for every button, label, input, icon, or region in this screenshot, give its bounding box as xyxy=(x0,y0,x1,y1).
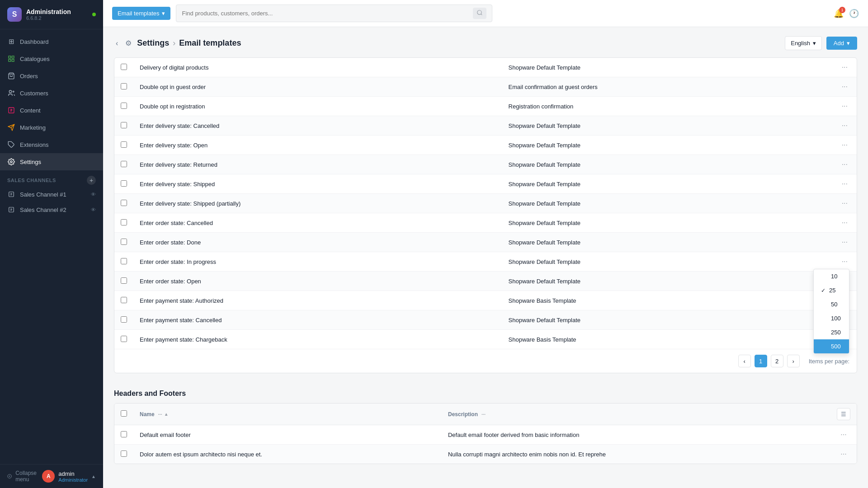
row-more-btn[interactable]: ··· xyxy=(839,121,850,131)
row-description: Shopware Default Template xyxy=(502,233,833,252)
row-name: Default email footer xyxy=(133,425,442,445)
email-templates-btn[interactable]: Email templates ▾ xyxy=(112,7,170,20)
layout-btn[interactable]: ☰ xyxy=(837,408,850,420)
sidebar-item-catalogues[interactable]: Catalogues xyxy=(0,50,103,67)
page-2-btn[interactable]: 2 xyxy=(771,355,783,367)
sidebar: S Administration 6.6.8.2 ⊞ Dashboard Cat… xyxy=(0,0,103,488)
row-name: Enter delivery state: Cancelled xyxy=(133,116,502,136)
page-1-btn[interactable]: 1 xyxy=(755,355,767,367)
admin-name: admin xyxy=(58,470,88,477)
row-description: Nulla corrupti magni architecto enim nob… xyxy=(442,445,830,464)
clock-btn[interactable]: 🕐 xyxy=(849,9,859,19)
row-description: Shopware Default Template xyxy=(502,310,833,330)
sidebar-item-label: Dashboard xyxy=(20,38,49,45)
row-name: Enter delivery state: Shipped xyxy=(133,174,502,194)
row-more-btn[interactable]: ··· xyxy=(839,140,850,150)
customers-icon xyxy=(7,89,15,97)
row-more-btn[interactable]: ··· xyxy=(839,218,850,228)
search-input[interactable] xyxy=(182,10,469,17)
sidebar-item-dashboard[interactable]: ⊞ Dashboard xyxy=(0,33,103,50)
notification-badge: 1 xyxy=(839,7,845,13)
row-more-btn[interactable]: ··· xyxy=(839,257,850,267)
channel-visibility-icon: 👁 xyxy=(91,192,96,197)
back-btn[interactable]: ‹ xyxy=(114,38,120,49)
table-row: Enter delivery state: Returned Shopware … xyxy=(114,155,857,174)
notifications-btn[interactable]: 🔔 1 xyxy=(834,9,844,19)
check-icon: ✓ xyxy=(821,287,826,294)
items-per-page-dropdown: 10 ✓25 50 100 250 500 xyxy=(813,269,849,354)
row-more-btn[interactable]: ··· xyxy=(839,179,850,189)
col-desc-options: ··· xyxy=(481,412,486,417)
row-more-btn[interactable]: ··· xyxy=(839,101,850,111)
row-more-btn[interactable]: ··· xyxy=(839,62,850,72)
row-checkbox[interactable] xyxy=(121,431,127,437)
per-page-100[interactable]: 100 xyxy=(814,311,849,325)
row-description: Shopware Default Template xyxy=(502,136,833,155)
row-checkbox[interactable] xyxy=(121,450,127,457)
select-all-hf-checkbox[interactable] xyxy=(121,410,127,417)
sales-channel-2[interactable]: Sales Channel #2 👁 xyxy=(0,202,103,217)
sidebar-item-extensions[interactable]: Extensions xyxy=(0,136,103,153)
row-more-btn[interactable]: ··· xyxy=(839,82,850,92)
row-checkbox[interactable] xyxy=(121,122,127,128)
sidebar-item-marketing[interactable]: Marketing xyxy=(0,119,103,136)
lang-chevron-icon: ▾ xyxy=(813,40,816,47)
row-name: Enter delivery state: Shipped (partially… xyxy=(133,194,502,213)
app-version: 6.6.8.2 xyxy=(26,15,71,21)
row-checkbox[interactable] xyxy=(121,200,127,206)
row-checkbox[interactable] xyxy=(121,297,127,303)
row-description: Shopware Default Template xyxy=(502,272,833,291)
sales-channel-1[interactable]: Sales Channel #1 👁 xyxy=(0,187,103,202)
row-checkbox[interactable] xyxy=(121,103,127,109)
search-btn[interactable] xyxy=(473,8,486,19)
row-description: Shopware Default Template xyxy=(502,213,833,233)
row-name: Enter payment state: Authorized xyxy=(133,291,502,310)
row-more-btn[interactable]: ··· xyxy=(839,198,850,208)
sidebar-item-orders[interactable]: Orders xyxy=(0,67,103,84)
extensions-icon xyxy=(7,141,15,149)
row-checkbox[interactable] xyxy=(121,239,127,245)
row-checkbox[interactable] xyxy=(121,258,127,264)
row-checkbox[interactable] xyxy=(121,180,127,187)
prev-page-btn[interactable]: ‹ xyxy=(738,355,751,367)
table-row: Default email footer Default email foote… xyxy=(114,425,857,445)
table-row: Enter payment state: Chargeback Shopware… xyxy=(114,330,857,349)
row-more-btn[interactable]: ··· xyxy=(839,160,850,169)
sidebar-item-content[interactable]: Content xyxy=(0,102,103,119)
content-icon xyxy=(7,106,15,114)
svg-line-18 xyxy=(481,14,482,15)
sidebar-item-label: Orders xyxy=(20,73,38,80)
per-page-50[interactable]: 50 xyxy=(814,297,849,311)
page-settings-btn[interactable]: ⚙ xyxy=(123,37,133,49)
pagination-bar: ‹ 1 2 › Items per page: 10 ✓25 50 100 25… xyxy=(114,349,857,373)
table-row: Enter payment state: Cancelled Shopware … xyxy=(114,310,857,330)
email-templates-table: Delivery of digital products Shopware De… xyxy=(114,57,857,373)
table-row: Double opt in guest order Email confirma… xyxy=(114,77,857,97)
sidebar-item-customers[interactable]: Customers xyxy=(0,84,103,102)
row-checkbox[interactable] xyxy=(121,316,127,323)
row-more-btn[interactable]: ··· xyxy=(838,449,849,459)
per-page-250[interactable]: 250 xyxy=(814,325,849,339)
row-checkbox[interactable] xyxy=(121,141,127,148)
row-name: Dolor autem est ipsum architecto nisi ne… xyxy=(133,445,442,464)
add-btn[interactable]: Add ▾ xyxy=(826,37,857,50)
row-checkbox[interactable] xyxy=(121,219,127,225)
row-checkbox[interactable] xyxy=(121,83,127,89)
row-more-btn[interactable]: ··· xyxy=(838,430,849,440)
add-sales-channel-btn[interactable]: + xyxy=(87,176,96,185)
next-page-btn[interactable]: › xyxy=(787,355,800,367)
language-label: English xyxy=(791,40,810,47)
collapse-menu-btn[interactable]: Collapse menu xyxy=(7,470,42,483)
per-page-10[interactable]: 10 xyxy=(814,269,849,283)
row-checkbox[interactable] xyxy=(121,64,127,70)
row-checkbox[interactable] xyxy=(121,277,127,284)
sidebar-item-settings[interactable]: Settings xyxy=(0,153,103,170)
sidebar-item-label: Content xyxy=(20,107,41,114)
per-page-25[interactable]: ✓25 xyxy=(814,283,849,297)
admin-user[interactable]: A admin Administrator ▲ xyxy=(42,470,96,483)
row-checkbox[interactable] xyxy=(121,336,127,342)
row-checkbox[interactable] xyxy=(121,161,127,167)
per-page-500[interactable]: 500 xyxy=(814,339,849,353)
language-selector[interactable]: English ▾ xyxy=(785,36,822,50)
row-more-btn[interactable]: ··· xyxy=(839,237,850,247)
